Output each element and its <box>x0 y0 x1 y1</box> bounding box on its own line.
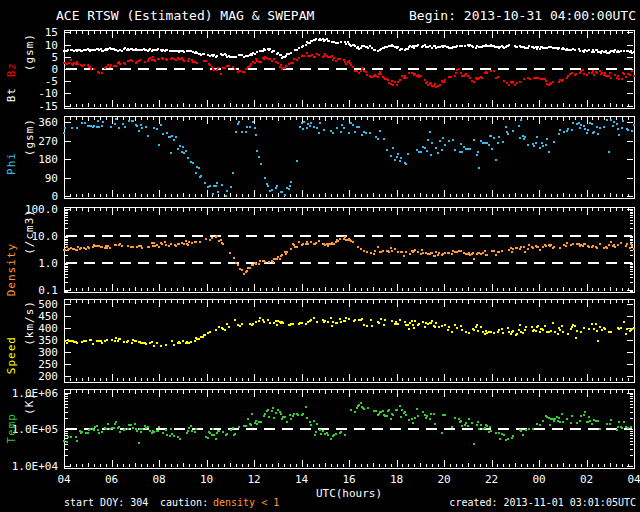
x-tick-label: 22 <box>485 473 498 486</box>
begin-timestamp: Begin: 2013-10-31 04:00:00UTC <box>409 8 636 23</box>
x-tick-label: 10 <box>200 473 213 486</box>
x-tick-label: 06 <box>105 473 118 486</box>
panel-ylabel-temp: Temp <box>6 413 18 444</box>
x-tick-label: 18 <box>390 473 403 486</box>
x-tick-label: 04 <box>57 473 70 486</box>
panel-ylabel-bt-bz: Bt <box>6 87 18 102</box>
x-tick-label: 00 <box>532 473 545 486</box>
footer-start-doy: start DOY: 304 <box>64 497 148 508</box>
ace-rtsw-plot-screen: 151050-5-10-15(gsm)BzBt360270180900(gsm)… <box>0 0 640 512</box>
footer-caution-note: density < 1 <box>213 497 279 508</box>
panel-ylabel-bt-bz: Bz <box>6 62 18 77</box>
panel-ylabel-density: Density <box>6 243 18 296</box>
panel-ylabel-speed: (km/s) <box>24 300 36 346</box>
panel-ylabel-bt-bz: (gsm) <box>24 33 36 71</box>
y-tick-label: 1.0E+04 <box>0 461 58 472</box>
x-axis-title: UTC(hours) <box>316 487 382 500</box>
x-tick-label: 16 <box>342 473 355 486</box>
x-tick-label: 14 <box>295 473 308 486</box>
x-tick-label: 08 <box>152 473 165 486</box>
axis-labels-layer: 151050-5-10-15(gsm)BzBt360270180900(gsm)… <box>0 0 640 512</box>
x-tick-label: 02 <box>580 473 593 486</box>
footer-caution-label: caution: <box>160 497 208 508</box>
panel-ylabel-temp: (K) <box>24 392 36 415</box>
plot-title: ACE RTSW (Estimated) MAG & SWEPAM <box>56 8 314 23</box>
y-tick-label: 0 <box>0 191 58 202</box>
footer-created-timestamp: created: 2013-11-01 03:01:05UTC <box>449 497 636 508</box>
panel-ylabel-speed: Speed <box>6 336 18 374</box>
x-tick-label: 20 <box>437 473 450 486</box>
panel-ylabel-phi: (gsm) <box>24 118 36 156</box>
panel-ylabel-density: (/cm3) <box>24 209 36 255</box>
x-tick-label: 04 <box>627 473 640 486</box>
panel-ylabel-phi: Phi <box>6 152 18 175</box>
x-tick-label: 12 <box>247 473 260 486</box>
